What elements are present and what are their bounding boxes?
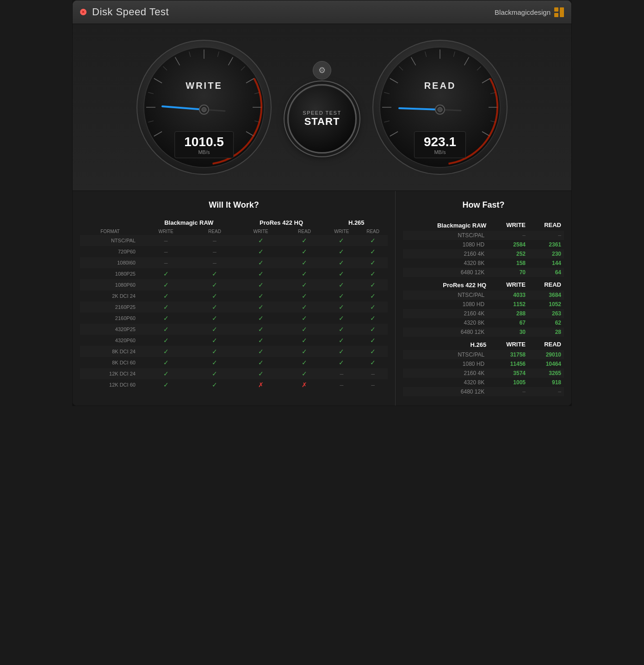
wiw-row: 1080p60✓✓✓✓✓✓ <box>80 279 388 290</box>
brand-dot-1 <box>554 7 558 12</box>
wiw-h265-header: H.265 <box>325 217 388 228</box>
svg-text:READ: READ <box>424 80 456 91</box>
hf-row-label: 4320 8K <box>403 378 489 387</box>
check-icon: ✓ <box>258 292 264 300</box>
hf-row-label: NTSC/PAL <box>403 290 489 300</box>
check-icon: ✓ <box>302 337 307 344</box>
dash-icon: – <box>371 381 375 388</box>
how-fast-panel: How Fast? Blackmagic RAWWRITEREADNTSC/PA… <box>396 191 571 406</box>
hf-col-write: WRITE <box>489 217 528 231</box>
wiw-format-col-label: FORMAT <box>80 228 140 235</box>
hf-data-row: 1080 HD11521052 <box>403 300 564 309</box>
brand-logo: Blackmagicdesign <box>495 7 564 17</box>
cross-icon: ✗ <box>302 381 307 388</box>
check-icon: ✓ <box>163 281 169 289</box>
check-icon: ✓ <box>258 326 264 333</box>
hf-write-value: 1005 <box>489 378 528 387</box>
svg-point-46 <box>438 107 442 112</box>
check-icon: ✓ <box>339 270 344 277</box>
hf-data-row: 4320 8K1005918 <box>403 378 564 387</box>
check-icon: ✓ <box>370 292 376 300</box>
check-icon: ✓ <box>302 248 307 255</box>
check-icon: ✓ <box>302 348 307 355</box>
check-icon: ✓ <box>339 292 344 300</box>
hf-write-value: 67 <box>489 318 528 327</box>
hf-data-row: 6480 12K–– <box>403 387 564 396</box>
check-icon: ✓ <box>339 259 344 266</box>
hf-write-value: – <box>489 387 528 396</box>
check-icon: ✓ <box>339 359 344 366</box>
hf-read-value: 144 <box>528 259 564 268</box>
check-icon: ✓ <box>339 326 344 333</box>
hf-write-value: 252 <box>489 249 528 259</box>
check-icon: ✓ <box>370 326 376 333</box>
check-icon: ✓ <box>258 337 264 344</box>
settings-button[interactable]: ⚙ <box>313 61 331 80</box>
hf-section-name: Blackmagic RAW <box>403 217 489 231</box>
check-icon: ✓ <box>370 314 376 322</box>
check-icon: ✓ <box>302 270 307 277</box>
check-icon: ✓ <box>258 303 264 311</box>
check-icon: ✓ <box>212 281 217 289</box>
check-icon: ✓ <box>163 370 169 377</box>
hf-write-value: 2584 <box>489 240 528 249</box>
wiw-prores-header: ProRes 422 HQ <box>238 217 325 228</box>
hf-row-label: 4320 8K <box>403 318 489 327</box>
hf-row-label: 6480 12K <box>403 387 489 396</box>
check-icon: ✓ <box>163 381 169 388</box>
hf-col-read: READ <box>528 277 564 290</box>
hf-read-value: 3684 <box>528 290 564 300</box>
hf-read-value: 230 <box>528 249 564 259</box>
check-icon: ✓ <box>163 314 169 322</box>
check-icon: ✓ <box>339 337 344 344</box>
check-icon: ✓ <box>370 337 376 344</box>
hf-write-value: 3574 <box>489 369 528 378</box>
hf-section-name: ProRes 422 HQ <box>403 277 489 290</box>
check-icon: ✓ <box>370 303 376 311</box>
hf-data-row: NTSC/PAL–– <box>403 231 564 240</box>
check-icon: ✓ <box>370 248 376 255</box>
check-icon: ✓ <box>258 314 264 322</box>
dash-icon: – <box>164 259 168 266</box>
hf-col-read: READ <box>528 217 564 231</box>
hf-row-label: NTSC/PAL <box>403 231 489 240</box>
check-icon: ✓ <box>258 237 264 244</box>
write-value: 1010.5 <box>184 135 224 149</box>
wiw-row: 4320p60✓✓✓✓✓✓ <box>80 335 388 346</box>
hf-data-row: NTSC/PAL40333684 <box>403 290 564 300</box>
hf-read-value: 29010 <box>528 350 564 359</box>
wiw-bmr-write-label: WRITE <box>140 228 192 235</box>
app-title: Disk Speed Test <box>92 6 169 18</box>
start-button[interactable]: SPEED TEST START <box>287 84 357 154</box>
hf-read-value: 62 <box>528 318 564 327</box>
wiw-row: 2160p25✓✓✓✓✓✓ <box>80 302 388 313</box>
check-icon: ✓ <box>212 292 217 300</box>
close-button[interactable]: ✕ <box>80 9 87 15</box>
wiw-h2-read-label: READ <box>358 228 388 235</box>
wiw-row: NTSC/PAL––✓✓✓✓ <box>80 235 388 246</box>
brand-name: Blackmagicdesign <box>495 8 551 16</box>
hf-tbody: Blackmagic RAWWRITEREADNTSC/PAL––1080 HD… <box>403 217 564 396</box>
check-icon: ✓ <box>163 270 169 277</box>
read-gauge: READ 923.1 MB/s <box>371 38 509 177</box>
wiw-row: 12K DCI 60✓✓✗✗–– <box>80 379 388 390</box>
svg-text:WRITE: WRITE <box>186 80 222 91</box>
start-button-label: SPEED TEST <box>303 110 341 116</box>
hf-write-value: 4033 <box>489 290 528 300</box>
check-icon: ✓ <box>370 281 376 289</box>
check-icon: ✓ <box>302 281 307 289</box>
hf-section-header: ProRes 422 HQWRITEREAD <box>403 277 564 290</box>
title-bar: ✕ Disk Speed Test Blackmagicdesign <box>73 0 571 24</box>
check-icon: ✓ <box>212 348 217 355</box>
check-icon: ✓ <box>163 337 169 344</box>
will-it-work-panel: Will It Work? Blackmagic RAW ProRes 422 … <box>73 191 396 406</box>
write-value-box: 1010.5 MB/s <box>174 131 234 158</box>
hf-read-value: 263 <box>528 309 564 318</box>
check-icon: ✓ <box>302 303 307 311</box>
wiw-pr-write-label: WRITE <box>238 228 284 235</box>
dash-icon: – <box>340 381 343 388</box>
bottom-section: Will It Work? Blackmagic RAW ProRes 422 … <box>73 191 571 406</box>
start-button-action: START <box>304 116 340 128</box>
hf-row-label: 1080 HD <box>403 240 489 249</box>
hf-data-row: 2160 4K252230 <box>403 249 564 259</box>
